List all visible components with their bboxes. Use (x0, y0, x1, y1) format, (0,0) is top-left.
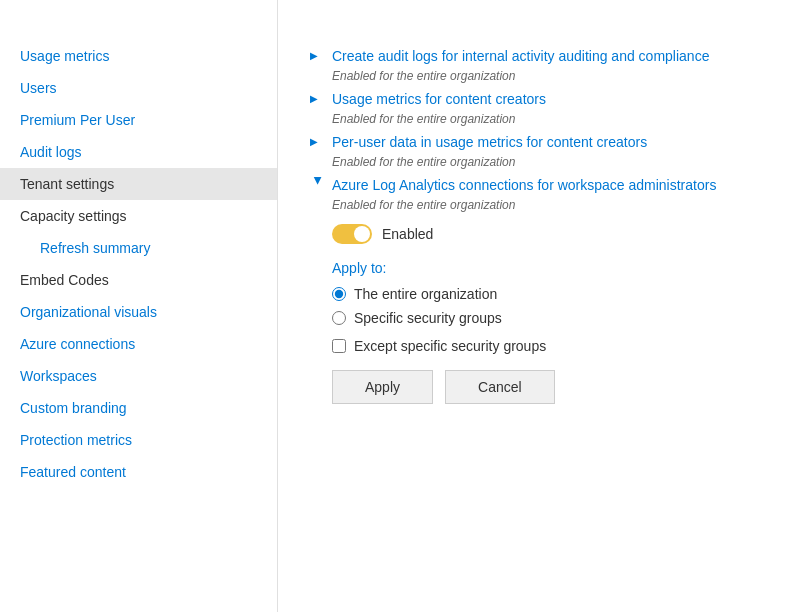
accordion-title: Per-user data in usage metrics for conte… (332, 134, 647, 150)
radio-label-specific-groups: Specific security groups (354, 310, 502, 326)
cancel-button[interactable]: Cancel (445, 370, 555, 404)
accordion-header-per-user-data-item[interactable]: ▶Per-user data in usage metrics for cont… (310, 130, 776, 154)
toggle-row: Enabled (332, 224, 776, 244)
accordion-header-azure-log-item[interactable]: ▶Azure Log Analytics connections for wor… (310, 173, 776, 197)
sidebar-item-azure-connections[interactable]: Azure connections (0, 328, 277, 360)
radio-label-entire-org: The entire organization (354, 286, 497, 302)
accordion-title: Azure Log Analytics connections for work… (332, 177, 716, 193)
accordion-header-audit-logs-item[interactable]: ▶Create audit logs for internal activity… (310, 44, 776, 68)
sidebar-item-refresh-summary[interactable]: Refresh summary (0, 232, 277, 264)
accordion-title: Create audit logs for internal activity … (332, 48, 709, 64)
accordion-item-per-user-data-item: ▶Per-user data in usage metrics for cont… (310, 130, 776, 169)
sidebar-item-protection-metrics[interactable]: Protection metrics (0, 424, 277, 456)
accordion-title: Usage metrics for content creators (332, 91, 546, 107)
button-row: ApplyCancel (332, 370, 776, 404)
checkbox-item: Except specific security groups (332, 338, 776, 354)
app-title (0, 20, 277, 40)
except-groups-label: Except specific security groups (354, 338, 546, 354)
sidebar-item-premium-per-user[interactable]: Premium Per User (0, 104, 277, 136)
accordion-arrow-icon: ▶ (310, 50, 326, 61)
main-content: ▶Create audit logs for internal activity… (278, 0, 808, 612)
accordion-subtitle: Enabled for the entire organization (332, 198, 776, 212)
accordion-arrow-icon: ▶ (313, 177, 324, 193)
accordion-item-azure-log-item: ▶Azure Log Analytics connections for wor… (310, 173, 776, 412)
radio-entire-org[interactable] (332, 287, 346, 301)
apply-button[interactable]: Apply (332, 370, 433, 404)
toggle-label: Enabled (382, 226, 433, 242)
expanded-panel: EnabledApply to:The entire organizationS… (332, 224, 776, 412)
apply-to-label: Apply to: (332, 260, 776, 276)
radio-group: The entire organizationSpecific security… (332, 286, 776, 326)
sidebar-item-audit-logs[interactable]: Audit logs (0, 136, 277, 168)
accordion-subtitle: Enabled for the entire organization (332, 69, 776, 83)
sidebar-item-users[interactable]: Users (0, 72, 277, 104)
sidebar-item-embed-codes[interactable]: Embed Codes (0, 264, 277, 296)
accordion-subtitle: Enabled for the entire organization (332, 155, 776, 169)
toggle-track (332, 224, 372, 244)
accordion-arrow-icon: ▶ (310, 136, 326, 147)
sidebar-item-custom-branding[interactable]: Custom branding (0, 392, 277, 424)
sidebar: Usage metricsUsersPremium Per UserAudit … (0, 0, 278, 612)
accordion-arrow-icon: ▶ (310, 93, 326, 104)
sidebar-item-workspaces[interactable]: Workspaces (0, 360, 277, 392)
except-groups-checkbox[interactable] (332, 339, 346, 353)
enabled-toggle[interactable] (332, 224, 372, 244)
accordion-item-usage-metrics-item: ▶Usage metrics for content creatorsEnabl… (310, 87, 776, 126)
sidebar-item-tenant-settings[interactable]: Tenant settings (0, 168, 277, 200)
radio-item-entire-org: The entire organization (332, 286, 776, 302)
radio-item-specific-groups: Specific security groups (332, 310, 776, 326)
sidebar-item-usage-metrics[interactable]: Usage metrics (0, 40, 277, 72)
toggle-thumb (354, 226, 370, 242)
accordion-subtitle: Enabled for the entire organization (332, 112, 776, 126)
accordion-header-usage-metrics-item[interactable]: ▶Usage metrics for content creators (310, 87, 776, 111)
sidebar-item-featured-content[interactable]: Featured content (0, 456, 277, 488)
sidebar-item-capacity-settings[interactable]: Capacity settings (0, 200, 277, 232)
radio-specific-groups[interactable] (332, 311, 346, 325)
accordion-item-audit-logs-item: ▶Create audit logs for internal activity… (310, 44, 776, 83)
sidebar-item-organizational-visuals[interactable]: Organizational visuals (0, 296, 277, 328)
